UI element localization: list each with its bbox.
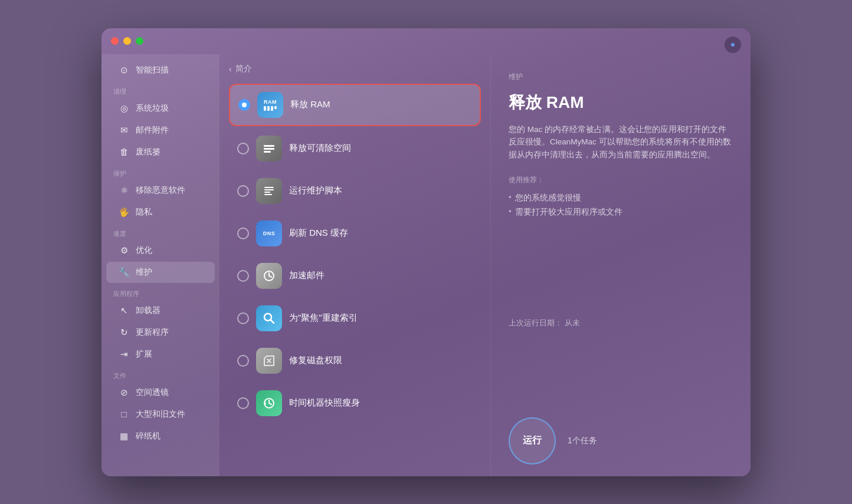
radio-spotlight[interactable]	[237, 312, 249, 324]
sidebar-item-malware-label: 移除恶意软件	[136, 185, 185, 196]
optimize-icon: ⚙	[118, 245, 130, 256]
repair-disk-label: 修复磁盘权限	[289, 355, 342, 366]
sidebar-item-mail-attachments-label: 邮件附件	[136, 125, 169, 136]
detail-recommend-list: 您的系统感觉很慢 需要打开较大应用程序或文件	[509, 191, 733, 219]
sidebar-item-system-junk-label: 系统垃圾	[136, 103, 169, 114]
radio-speed-mail[interactable]	[237, 270, 249, 282]
maintenance-item-free-purgeable[interactable]: 释放可清除空间	[229, 129, 481, 169]
time-machine-label: 时间机器快照瘦身	[289, 397, 360, 409]
recommend-item-1-text: 您的系统感觉很慢	[515, 193, 581, 203]
sidebar-item-space-lens[interactable]: ⊘ 空间透镜	[106, 382, 215, 403]
section-speed-label: 速度	[101, 223, 219, 239]
maintenance-item-free-ram[interactable]: RAM 释放 RAM	[229, 84, 481, 126]
svg-line-12	[271, 320, 274, 323]
updater-icon: ↻	[118, 327, 130, 338]
back-navigation[interactable]: ‹ 简介	[229, 64, 481, 74]
maintenance-item-time-machine[interactable]: 时间机器快照瘦身	[229, 383, 481, 423]
sidebar-item-shredder[interactable]: ▦ 碎纸机	[106, 426, 215, 447]
sidebar-item-large-files-label: 大型和旧文件	[136, 409, 185, 420]
sidebar-item-large-files[interactable]: □ 大型和旧文件	[106, 404, 215, 425]
malware-icon: ⚛	[118, 185, 130, 196]
radio-free-ram[interactable]	[238, 99, 250, 111]
svg-line-10	[269, 276, 271, 277]
sidebar-item-malware[interactable]: ⚛ 移除恶意软件	[106, 180, 215, 201]
title-bar	[101, 28, 751, 54]
maintenance-item-flush-dns[interactable]: DNS 刷新 DNS 缓存	[229, 213, 481, 253]
shredder-icon: ▦	[118, 430, 130, 442]
radio-free-purgeable[interactable]	[237, 143, 249, 154]
maintenance-item-run-scripts[interactable]: 运行维护脚本	[229, 171, 481, 211]
sidebar-item-space-lens-label: 空间透镜	[136, 387, 169, 398]
run-button[interactable]: 运行	[509, 417, 556, 465]
radio-time-machine[interactable]	[237, 397, 249, 409]
last-run-value: 从未	[565, 318, 580, 327]
maintenance-item-speed-mail[interactable]: 加速邮件	[229, 256, 481, 296]
sidebar-item-extensions-label: 扩展	[136, 349, 152, 360]
task-count: 1个任务	[568, 436, 597, 446]
free-purgeable-label: 释放可清除空间	[289, 143, 351, 154]
sidebar-item-trash[interactable]: 🗑 废纸篓	[106, 141, 215, 163]
smart-scan-icon: ⊙	[118, 64, 130, 76]
speed-mail-label: 加速邮件	[289, 270, 325, 281]
run-scripts-icon	[256, 178, 282, 204]
section-protect-label: 保护	[101, 163, 219, 179]
minimize-button[interactable]	[123, 37, 131, 45]
traffic-lights	[111, 37, 143, 45]
sidebar-item-updater[interactable]: ↻ 更新程序	[106, 322, 215, 343]
sidebar-item-extensions[interactable]: ⇥ 扩展	[106, 344, 215, 365]
sidebar-item-maintenance-label: 维护	[136, 267, 152, 278]
recommend-item-2: 需要打开较大应用程序或文件	[509, 205, 733, 219]
sidebar-item-uninstaller[interactable]: ↖ 卸载器	[106, 300, 215, 321]
sidebar-item-smart-scan-label: 智能扫描	[136, 65, 169, 75]
svg-rect-4	[264, 187, 274, 188]
detail-last-run: 上次运行日期： 从未	[509, 318, 733, 328]
sidebar: ⊙ 智能扫描 清理 ◎ 系统垃圾 ✉ 邮件附件 🗑 废纸篓 保护 ⚛ 移除恶意软…	[101, 54, 219, 476]
detail-section-label: 维护	[509, 72, 733, 82]
flush-dns-label: 刷新 DNS 缓存	[289, 228, 348, 239]
radio-flush-dns[interactable]	[237, 228, 249, 239]
time-machine-icon	[256, 390, 282, 416]
svg-rect-1	[264, 145, 274, 147]
maximize-button[interactable]	[136, 37, 143, 45]
sidebar-item-privacy-label: 隐私	[136, 207, 152, 218]
window-body: ⊙ 智能扫描 清理 ◎ 系统垃圾 ✉ 邮件附件 🗑 废纸篓 保护 ⚛ 移除恶意软…	[101, 54, 751, 476]
maintenance-item-spotlight[interactable]: 为"聚焦"重建索引	[229, 298, 481, 338]
recommend-item-1: 您的系统感觉很慢	[509, 191, 733, 205]
privacy-icon: 🖐	[118, 206, 130, 218]
section-files-label: 文件	[101, 365, 219, 381]
top-right-button[interactable]	[725, 37, 741, 53]
svg-rect-5	[264, 189, 274, 190]
speed-mail-icon	[256, 263, 282, 289]
close-button[interactable]	[111, 37, 119, 45]
extensions-icon: ⇥	[118, 348, 130, 360]
svg-rect-7	[264, 194, 272, 195]
center-panel: ‹ 简介 RAM	[219, 54, 491, 476]
sidebar-item-smart-scan[interactable]: ⊙ 智能扫描	[106, 60, 215, 81]
detail-title: 释放 RAM	[509, 91, 733, 114]
trash-icon: 🗑	[118, 146, 130, 158]
sidebar-item-optimize[interactable]: ⚙ 优化	[106, 240, 215, 261]
ram-icon: RAM	[257, 92, 283, 118]
run-scripts-label: 运行维护脚本	[289, 185, 342, 196]
free-ram-label: 释放 RAM	[290, 99, 330, 110]
sidebar-item-privacy[interactable]: 🖐 隐私	[106, 202, 215, 223]
radio-repair-disk[interactable]	[237, 355, 249, 367]
large-files-icon: □	[118, 409, 130, 420]
space-lens-icon: ⊘	[118, 387, 130, 398]
repair-disk-icon	[256, 348, 282, 374]
section-clean-label: 清理	[101, 81, 219, 97]
maintenance-icon: 🔧	[118, 266, 130, 278]
radio-run-scripts[interactable]	[237, 185, 249, 197]
sidebar-item-maintenance[interactable]: 🔧 维护	[106, 262, 215, 283]
detail-panel: 维护 释放 RAM 您的 Mac 的内存经常被占满。这会让您的应用和打开的文件反…	[491, 54, 751, 476]
maintenance-item-repair-disk[interactable]: 修复磁盘权限	[229, 341, 481, 381]
sidebar-item-mail-attachments[interactable]: ✉ 邮件附件	[106, 120, 215, 141]
back-label: 简介	[235, 64, 252, 74]
maintenance-list: RAM 释放 RAM	[229, 84, 481, 423]
recommend-item-2-text: 需要打开较大应用程序或文件	[515, 207, 622, 218]
spotlight-icon	[256, 305, 282, 331]
detail-footer: 运行 1个任务	[509, 417, 733, 465]
sidebar-item-system-junk[interactable]: ◎ 系统垃圾	[106, 98, 215, 119]
system-junk-icon: ◎	[118, 103, 130, 114]
back-chevron-icon: ‹	[229, 64, 232, 74]
